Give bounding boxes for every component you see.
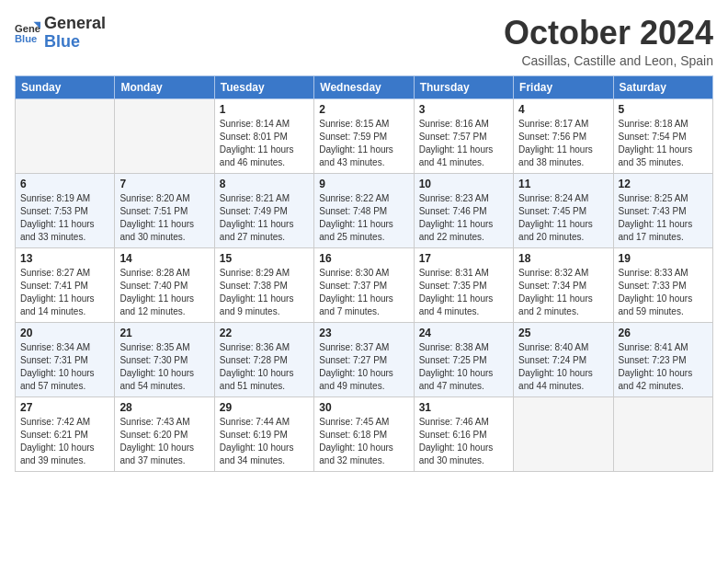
calendar-day-header: Friday	[514, 75, 613, 98]
day-info: Sunrise: 7:43 AMSunset: 6:20 PMDaylight:…	[119, 416, 209, 467]
calendar-header-row: SundayMondayTuesdayWednesdayThursdayFrid…	[16, 75, 713, 98]
calendar-cell: 16Sunrise: 8:30 AMSunset: 7:37 PMDayligh…	[314, 247, 414, 322]
calendar-day-header: Tuesday	[214, 75, 313, 98]
day-number: 26	[619, 327, 708, 339]
day-number: 31	[419, 401, 508, 414]
calendar-cell	[514, 396, 613, 471]
calendar-cell: 2Sunrise: 8:15 AMSunset: 7:59 PMDaylight…	[314, 98, 414, 173]
month-title: October 2024	[504, 15, 713, 52]
calendar-cell: 1Sunrise: 8:14 AMSunset: 8:01 PMDaylight…	[214, 98, 313, 173]
day-number: 24	[419, 327, 508, 339]
day-info: Sunrise: 8:32 AMSunset: 7:34 PMDaylight:…	[518, 267, 608, 318]
calendar-table: SundayMondayTuesdayWednesdayThursdayFrid…	[15, 75, 713, 472]
calendar-cell: 29Sunrise: 7:44 AMSunset: 6:19 PMDayligh…	[214, 396, 313, 471]
day-number: 9	[319, 178, 408, 190]
day-number: 30	[319, 401, 408, 414]
day-number: 28	[119, 401, 209, 414]
day-number: 19	[619, 252, 708, 265]
calendar-cell: 14Sunrise: 8:28 AMSunset: 7:40 PMDayligh…	[115, 247, 214, 322]
logo-text: GeneralBlue	[44, 15, 106, 52]
calendar-week-row: 27Sunrise: 7:42 AMSunset: 6:21 PMDayligh…	[16, 396, 713, 471]
day-number: 21	[119, 327, 209, 339]
day-number: 17	[419, 252, 508, 265]
day-number: 10	[419, 178, 508, 190]
calendar-week-row: 13Sunrise: 8:27 AMSunset: 7:41 PMDayligh…	[16, 247, 713, 322]
day-number: 5	[619, 103, 708, 116]
day-info: Sunrise: 8:35 AMSunset: 7:30 PMDaylight:…	[119, 341, 209, 393]
calendar-cell: 7Sunrise: 8:20 AMSunset: 7:51 PMDaylight…	[115, 173, 214, 247]
day-info: Sunrise: 8:21 AMSunset: 7:49 PMDaylight:…	[220, 192, 309, 244]
day-info: Sunrise: 8:34 AMSunset: 7:31 PMDaylight:…	[20, 341, 109, 393]
day-info: Sunrise: 8:18 AMSunset: 7:54 PMDaylight:…	[619, 118, 708, 169]
logo-icon: General Blue	[15, 20, 40, 46]
day-info: Sunrise: 7:46 AMSunset: 6:16 PMDaylight:…	[419, 416, 508, 467]
calendar-cell	[16, 98, 115, 173]
calendar-cell: 21Sunrise: 8:35 AMSunset: 7:30 PMDayligh…	[115, 322, 214, 396]
page-header: General Blue GeneralBlue October 2024 Ca…	[15, 15, 713, 68]
day-number: 11	[518, 178, 608, 190]
day-info: Sunrise: 8:41 AMSunset: 7:23 PMDaylight:…	[619, 341, 708, 393]
day-info: Sunrise: 7:44 AMSunset: 6:19 PMDaylight:…	[220, 416, 309, 467]
calendar-cell	[613, 396, 712, 471]
calendar-cell: 5Sunrise: 8:18 AMSunset: 7:54 PMDaylight…	[613, 98, 712, 173]
calendar-cell: 23Sunrise: 8:37 AMSunset: 7:27 PMDayligh…	[314, 322, 414, 396]
calendar-cell: 19Sunrise: 8:33 AMSunset: 7:33 PMDayligh…	[613, 247, 712, 322]
day-info: Sunrise: 8:27 AMSunset: 7:41 PMDaylight:…	[20, 267, 109, 318]
day-info: Sunrise: 8:40 AMSunset: 7:24 PMDaylight:…	[518, 341, 608, 393]
day-info: Sunrise: 8:24 AMSunset: 7:45 PMDaylight:…	[518, 192, 608, 244]
calendar-cell: 10Sunrise: 8:23 AMSunset: 7:46 PMDayligh…	[414, 173, 513, 247]
day-number: 29	[220, 401, 309, 414]
calendar-cell: 22Sunrise: 8:36 AMSunset: 7:28 PMDayligh…	[214, 322, 313, 396]
calendar-cell: 30Sunrise: 7:45 AMSunset: 6:18 PMDayligh…	[314, 396, 414, 471]
calendar-day-header: Sunday	[16, 75, 115, 98]
day-info: Sunrise: 8:22 AMSunset: 7:48 PMDaylight:…	[319, 192, 408, 244]
day-number: 18	[518, 252, 608, 265]
calendar-cell: 12Sunrise: 8:25 AMSunset: 7:43 PMDayligh…	[613, 173, 712, 247]
day-info: Sunrise: 8:31 AMSunset: 7:35 PMDaylight:…	[419, 267, 508, 318]
calendar-cell: 6Sunrise: 8:19 AMSunset: 7:53 PMDaylight…	[16, 173, 115, 247]
day-number: 3	[419, 103, 508, 116]
calendar-cell: 4Sunrise: 8:17 AMSunset: 7:56 PMDaylight…	[514, 98, 613, 173]
calendar-cell: 31Sunrise: 7:46 AMSunset: 6:16 PMDayligh…	[414, 396, 513, 471]
day-number: 13	[20, 252, 109, 265]
day-info: Sunrise: 8:23 AMSunset: 7:46 PMDaylight:…	[419, 192, 508, 244]
title-area: October 2024 Casillas, Castille and Leon…	[504, 15, 713, 68]
day-number: 7	[119, 178, 209, 190]
day-info: Sunrise: 7:45 AMSunset: 6:18 PMDaylight:…	[319, 416, 408, 467]
day-info: Sunrise: 8:25 AMSunset: 7:43 PMDaylight:…	[619, 192, 708, 244]
calendar-cell: 27Sunrise: 7:42 AMSunset: 6:21 PMDayligh…	[16, 396, 115, 471]
day-info: Sunrise: 8:37 AMSunset: 7:27 PMDaylight:…	[319, 341, 408, 393]
calendar-cell: 20Sunrise: 8:34 AMSunset: 7:31 PMDayligh…	[16, 322, 115, 396]
calendar-day-header: Monday	[115, 75, 214, 98]
day-number: 8	[220, 178, 309, 190]
day-number: 22	[220, 327, 309, 339]
calendar-cell: 13Sunrise: 8:27 AMSunset: 7:41 PMDayligh…	[16, 247, 115, 322]
day-number: 1	[220, 103, 309, 116]
day-info: Sunrise: 8:20 AMSunset: 7:51 PMDaylight:…	[119, 192, 209, 244]
calendar-cell: 28Sunrise: 7:43 AMSunset: 6:20 PMDayligh…	[115, 396, 214, 471]
day-number: 20	[20, 327, 109, 339]
calendar-day-header: Thursday	[414, 75, 513, 98]
calendar-cell: 3Sunrise: 8:16 AMSunset: 7:57 PMDaylight…	[414, 98, 513, 173]
day-number: 2	[319, 103, 408, 116]
day-number: 4	[518, 103, 608, 116]
calendar-cell: 18Sunrise: 8:32 AMSunset: 7:34 PMDayligh…	[514, 247, 613, 322]
calendar-cell: 9Sunrise: 8:22 AMSunset: 7:48 PMDaylight…	[314, 173, 414, 247]
day-number: 12	[619, 178, 708, 190]
calendar-cell: 25Sunrise: 8:40 AMSunset: 7:24 PMDayligh…	[514, 322, 613, 396]
location-subtitle: Casillas, Castille and Leon, Spain	[504, 53, 713, 68]
day-number: 6	[20, 178, 109, 190]
svg-text:Blue: Blue	[15, 33, 37, 44]
calendar-cell	[115, 98, 214, 173]
day-info: Sunrise: 8:33 AMSunset: 7:33 PMDaylight:…	[619, 267, 708, 318]
day-info: Sunrise: 8:16 AMSunset: 7:57 PMDaylight:…	[419, 118, 508, 169]
calendar-week-row: 6Sunrise: 8:19 AMSunset: 7:53 PMDaylight…	[16, 173, 713, 247]
day-info: Sunrise: 8:17 AMSunset: 7:56 PMDaylight:…	[518, 118, 608, 169]
day-number: 25	[518, 327, 608, 339]
day-info: Sunrise: 8:29 AMSunset: 7:38 PMDaylight:…	[220, 267, 309, 318]
day-number: 23	[319, 327, 408, 339]
calendar-day-header: Wednesday	[314, 75, 414, 98]
calendar-day-header: Saturday	[613, 75, 712, 98]
day-number: 16	[319, 252, 408, 265]
day-info: Sunrise: 8:14 AMSunset: 8:01 PMDaylight:…	[220, 118, 309, 169]
